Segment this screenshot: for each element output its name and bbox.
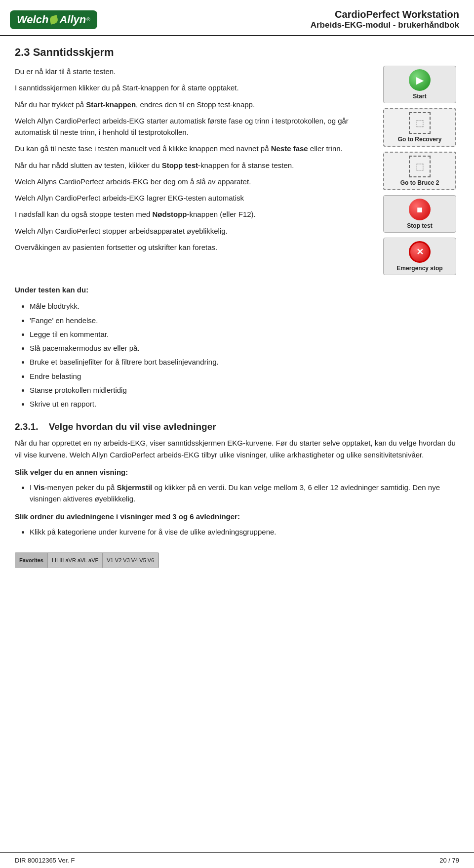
logo-area: Welch Allyn ® <box>10 10 97 29</box>
section-heading: 2.3 Sanntidsskjerm <box>15 46 459 59</box>
list-item: Endre belasting <box>30 371 459 382</box>
para-8: Overvåkingen av pasienten fortsetter og … <box>15 242 370 253</box>
recovery-icon: ⬚ <box>409 112 431 134</box>
para-5: Welch Allyn CardioPerfect arbeids-EKG la… <box>15 192 370 204</box>
emergency-stop-button[interactable]: ✕ Emergency stop <box>383 238 456 275</box>
tab-precordial-leads[interactable]: V1 V2 V3 V4 V5 V6 <box>103 553 158 568</box>
para3-bold: Stopp test <box>162 161 198 169</box>
para2-suffix: eller trinn. <box>308 144 343 153</box>
intro3-suffix: , endres den til en Stopp test-knapp. <box>136 100 255 109</box>
para6-suffix: -knappen (eller F12). <box>187 210 256 218</box>
slik-ordner-list: Klikk på kategoriene under kurvene for å… <box>30 526 459 537</box>
text-column: Du er nå klar til å starte testen. I san… <box>15 66 370 275</box>
footer-right: 20 / 79 <box>439 857 459 864</box>
page-footer: DIR 80012365 Ver. F 20 / 79 <box>0 852 474 868</box>
app-title: CardioPerfect Workstation <box>311 9 459 20</box>
intro3-bold: Start-knappen <box>86 100 136 109</box>
slik-velger-bold2: Skjermstil <box>117 483 153 492</box>
list-item: Stanse protokollen midlertidig <box>30 384 459 396</box>
intro3-prefix: Når du har trykket på <box>15 100 86 109</box>
para3-prefix: Når du har nådd slutten av testen, klikk… <box>15 161 162 169</box>
intro-para-2: I sanntidsskjermen klikker du på Start-k… <box>15 82 370 93</box>
under-testen-section: Under testen kan du: Måle blodtrykk. 'Fa… <box>15 284 459 410</box>
stop-test-button[interactable]: ■ Stop test <box>383 195 456 233</box>
para-6: I nødsfall kan du også stoppe testen med… <box>15 208 370 220</box>
para6-bold: Nødstopp <box>153 210 187 218</box>
para-4: Welch Allyns CardioPerfect arbeids-EKG b… <box>15 176 370 187</box>
emergency-icon: ✕ <box>409 241 431 263</box>
intro-para-3: Når du har trykket på Start-knappen, end… <box>15 99 370 110</box>
start-label: Start <box>413 93 426 100</box>
slik-ordner-item: Klikk på kategoriene under kurvene for å… <box>30 526 459 537</box>
stop-icon: ■ <box>409 199 431 220</box>
button-column: ▶ Start ⬚ Go to Recovery ⬚ Go to Bruce 2… <box>380 66 459 275</box>
start-icon: ▶ <box>409 69 431 91</box>
ekg-tabs-image: Favorites I II III aVR aVL aVF V1 V2 V3 … <box>15 552 159 568</box>
subsection-231-para1: Når du har opprettet en ny arbeids-EKG, … <box>15 437 459 460</box>
page-header: Welch Allyn ® CardioPerfect Workstation … <box>0 0 474 36</box>
under-testen-heading: Under testen kan du: <box>15 284 459 295</box>
tab-favorites[interactable]: Favorites <box>15 553 48 568</box>
header-right: CardioPerfect Workstation Arbeids-EKG-mo… <box>311 9 459 30</box>
stop-label: Stop test <box>407 222 432 229</box>
slik-velger-mid: -menyen peker du på <box>45 483 117 492</box>
emergency-label: Emergency stop <box>396 265 442 272</box>
recovery-label: Go to Recovery <box>398 136 442 143</box>
para-7: Welch Allyn CardioPerfect stopper arbeid… <box>15 225 370 237</box>
bruce-icon: ⬚ <box>409 156 431 177</box>
list-item: Måle blodtrykk. <box>30 300 459 312</box>
tab-limb-leads[interactable]: I II III aVR aVL aVF <box>48 553 103 568</box>
subsection-231: 2.3.1. Velge hvordan du vil vise avledni… <box>15 421 459 568</box>
para-1: Welch Allyn CardioPerfect arbeids-EKG st… <box>15 115 370 138</box>
slik-velger-list: I Vis-menyen peker du på Skjermstil og k… <box>30 482 459 505</box>
bruce-label: Go to Bruce 2 <box>400 179 439 186</box>
go-to-recovery-button[interactable]: ⬚ Go to Recovery <box>383 108 456 147</box>
logo-leaf-icon <box>49 15 59 25</box>
list-item: Skrive ut en rapport. <box>30 398 459 410</box>
para3-suffix: -knappen for å stanse testen. <box>198 161 294 169</box>
ekg-tabs-row: Favorites I II III aVR aVL aVF V1 V2 V3 … <box>15 553 158 568</box>
go-to-bruce-button[interactable]: ⬚ Go to Bruce 2 <box>383 152 456 190</box>
slik-velger-heading: Slik velger du en annen visning: <box>15 466 459 478</box>
para2-prefix: Du kan gå til neste fase i testen manuel… <box>15 144 271 153</box>
app-subtitle: Arbeids-EKG-modul - brukerhåndbok <box>311 20 459 30</box>
main-content: 2.3 Sanntidsskjerm Du er nå klar til å s… <box>0 36 474 578</box>
logo-allyn: Allyn <box>59 13 86 26</box>
logo-welch: Welch <box>17 13 48 26</box>
para-3: Når du har nådd slutten av testen, klikk… <box>15 160 370 171</box>
list-item: Slå pacemakermodus av eller på. <box>30 342 459 354</box>
footer-left: DIR 80012365 Ver. F <box>15 857 75 864</box>
para2-bold: Neste fase <box>271 144 308 153</box>
slik-velger-item: I Vis-menyen peker du på Skjermstil og k… <box>30 482 459 505</box>
intro-para-1: Du er nå klar til å starte testen. <box>15 66 370 77</box>
under-testen-list: Måle blodtrykk. 'Fange' en hendelse. Leg… <box>30 300 459 410</box>
intro2-text: I sanntidsskjermen klikker du på Start-k… <box>15 83 239 92</box>
para-2: Du kan gå til neste fase i testen manuel… <box>15 143 370 154</box>
list-item: Legge til en kommentar. <box>30 329 459 340</box>
list-item: Bruke et baselinjefilter for å filtrere … <box>30 356 459 368</box>
logo-box: Welch Allyn ® <box>10 10 97 29</box>
slik-velger-bold1: Vis <box>34 483 44 492</box>
start-button[interactable]: ▶ Start <box>383 66 456 103</box>
content-with-buttons: Du er nå klar til å starte testen. I san… <box>15 66 459 275</box>
para6-prefix: I nødsfall kan du også stoppe testen med <box>15 210 153 218</box>
logo-registered: ® <box>86 17 90 22</box>
list-item: 'Fange' en hendelse. <box>30 315 459 326</box>
subsection-231-heading: 2.3.1. Velge hvordan du vil vise avledni… <box>15 421 459 432</box>
slik-ordner-heading: Slik ordner du avledningene i visninger … <box>15 511 459 522</box>
